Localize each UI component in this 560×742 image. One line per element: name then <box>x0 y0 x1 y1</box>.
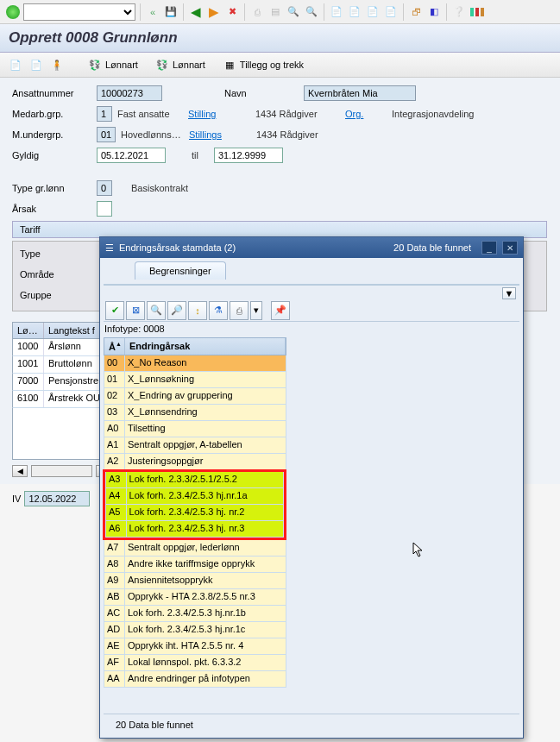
list-item[interactable]: A4Lok forh. 2.3.4/2.5.3 hj.nr.1a <box>105 488 284 505</box>
svg-rect-1 <box>475 8 479 16</box>
save-icon[interactable]: 💾 <box>163 4 179 20</box>
action-approve-icon[interactable]: 🧍 <box>50 58 64 72</box>
pt-deselect[interactable]: ⊠ <box>126 301 145 320</box>
popup-tabs: Begrensninger <box>100 258 523 280</box>
list-item[interactable]: A0Tilsetting <box>104 421 286 437</box>
wage-icon: 💱 <box>88 58 102 72</box>
checkmark-icon[interactable] <box>5 4 21 20</box>
list-item[interactable]: AAAndre endringer på infotypen <box>104 671 286 688</box>
navn-input[interactable] <box>304 85 416 101</box>
list-item[interactable]: A1Sentralt oppgjør, A-tabellen <box>104 437 286 454</box>
action-bar: 📄 📄 🧍 💱 Lønnart 💱 Lønnart ▦ Tillegg og t… <box>0 53 560 78</box>
lonnart-label-1: Lønnart <box>105 60 138 70</box>
print-icon[interactable]: ⎙ <box>249 4 265 20</box>
findnext-icon[interactable]: 🔍 <box>304 4 319 20</box>
tillegg-button[interactable]: ▦ Tillegg og trekk <box>217 56 309 73</box>
typegr-text: Basiskontrakt <box>131 183 188 193</box>
scroll-track[interactable] <box>31 465 92 477</box>
list-item[interactable]: A6Lok forh. 2.3.4/2.5.3 hj. nr.3 <box>105 521 284 538</box>
munder-input[interactable] <box>97 127 116 142</box>
lonnart-button-1[interactable]: 💱 Lønnart <box>83 56 143 73</box>
infotype-label: Infotype: 0008 <box>104 322 519 337</box>
ansatt-input[interactable] <box>97 85 162 101</box>
pt-sort[interactable]: ↕ <box>188 301 207 320</box>
back-icon[interactable]: « <box>145 4 160 20</box>
pt-check[interactable]: ✔ <box>105 301 124 320</box>
popup-title-icon: ☰ <box>105 242 114 254</box>
medarb-input[interactable] <box>97 106 112 122</box>
doc4-icon[interactable]: 📄 <box>383 4 399 20</box>
list-item[interactable]: ABOpprykk - HTA 2.3.8/2.5.5 nr.3 <box>104 589 286 606</box>
list-item[interactable]: 02X_Endring av gruppering <box>104 388 286 405</box>
pt-findnext[interactable]: 🔎 <box>167 301 186 320</box>
find-icon[interactable]: 🔍 <box>286 4 301 20</box>
list-item[interactable]: A3Lok forh. 2.3.3/2.5.1/2.5.2 <box>105 472 284 488</box>
gyldig-til-input[interactable] <box>214 148 283 163</box>
doc2-icon[interactable]: 📄 <box>347 4 362 20</box>
list-item[interactable]: ADLok forh. 2.3.4/2.5.3 hj.nr.1c <box>104 622 286 638</box>
pt-print[interactable]: ⎙ <box>230 301 249 320</box>
table-row[interactable]: 1001Bruttolønn <box>12 356 111 374</box>
list-item[interactable]: 01X_Lønnsøkning <box>104 372 286 388</box>
stilling-link[interactable]: Stilling <box>188 109 233 119</box>
iv-date-input[interactable] <box>24 491 90 506</box>
list-item[interactable]: 03X_Lønnsendring <box>104 405 286 421</box>
pt-more[interactable]: ▾ <box>250 301 262 320</box>
nav-fwd-icon[interactable]: ▶ <box>206 4 222 20</box>
typegr-label: Type gr.lønn <box>12 183 91 193</box>
typegr-input[interactable] <box>97 180 112 196</box>
help-icon[interactable]: ❔ <box>451 4 467 20</box>
table-row[interactable]: 1000Årslønn <box>12 339 111 356</box>
list-item[interactable]: ACLok forh. 2.3.4/2.5.3 hj.nr.1b <box>104 606 286 622</box>
action-reject-icon[interactable]: 📄 <box>29 58 43 72</box>
data-header: Å▲ Endringårsak <box>104 337 286 355</box>
lonnart-button-2[interactable]: 💱 Lønnart <box>150 56 211 73</box>
list-item[interactable]: A9Ansiennitetsopprykk <box>104 573 286 589</box>
munder-label: M.undergrp. <box>12 129 91 140</box>
list-item[interactable]: AEOpprykk iht. HTA 2.5.5 nr. 4 <box>104 638 286 655</box>
table-row[interactable]: 6100Årstrekk OU <box>12 391 111 408</box>
doc1-icon[interactable]: 📄 <box>329 4 344 20</box>
nav-back-icon[interactable]: ◀ <box>188 4 204 20</box>
minimize-button[interactable]: _ <box>481 241 497 255</box>
scroll-left[interactable]: ◀ <box>12 465 28 477</box>
panel-icon[interactable] <box>469 4 485 20</box>
highlight-box: A3Lok forh. 2.3.3/2.5.1/2.5.2A4Lok forh.… <box>103 469 286 540</box>
col-a[interactable]: Å▲ <box>104 338 125 355</box>
svg-rect-0 <box>470 8 474 16</box>
reason-popup: ☰ Endringsårsak stamdata (2) 20 Data ble… <box>99 236 524 739</box>
popup-titlebar: ☰ Endringsårsak stamdata (2) 20 Data ble… <box>100 237 523 258</box>
newwin-icon[interactable]: 🗗 <box>408 4 424 20</box>
stillings-link[interactable]: Stillings <box>189 129 234 140</box>
pt-find[interactable]: 🔍 <box>147 301 166 320</box>
cancel-icon[interactable]: ✖ <box>224 4 240 20</box>
table-row[interactable]: 7000Pensjonstre <box>12 374 111 391</box>
aarsak-input[interactable] <box>97 201 112 217</box>
list-item[interactable]: 00X_No Reason <box>104 355 286 372</box>
doc3-icon[interactable]: 📄 <box>365 4 381 20</box>
tab-begrensninger[interactable]: Begrensninger <box>135 261 226 280</box>
popup-title-count: 20 Data ble funnet <box>393 242 471 253</box>
view-icon[interactable]: ▤ <box>267 4 283 20</box>
list-item[interactable]: A7Sentralt oppgjør, lederlønn <box>104 540 286 556</box>
gh-1[interactable]: Lø… <box>13 323 44 338</box>
top-toolbar: « 💾 ◀ ▶ ✖ ⎙ ▤ 🔍 🔍 📄 📄 📄 📄 🗗 ◧ ❔ <box>0 0 560 24</box>
list-item[interactable]: A2Justeringsoppgjør <box>104 454 286 470</box>
pt-filter[interactable]: ⚗ <box>209 301 228 320</box>
org-link[interactable]: Org. <box>345 109 373 119</box>
list-item[interactable]: AFLokal lønnspol. pkt. 6.3.3.2 <box>104 655 286 671</box>
layout-icon[interactable]: ◧ <box>426 4 442 20</box>
col-b[interactable]: Endringårsak <box>125 338 286 355</box>
action-doc-icon[interactable]: 📄 <box>9 58 22 72</box>
iv-label: IV <box>12 494 21 504</box>
medarb-text: Fast ansatte <box>117 109 183 119</box>
gyldig-fra-input[interactable] <box>97 148 166 163</box>
list-item[interactable]: A8Andre ikke tariffmsige opprykk <box>104 556 286 573</box>
gruppe-label: Gruppe <box>20 290 99 300</box>
collapse-icon[interactable]: ▼ <box>502 287 516 299</box>
grid-header: Lø… Langtekst f <box>12 322 111 339</box>
pt-pin[interactable]: 📌 <box>271 301 290 320</box>
list-item[interactable]: A5Lok forh. 2.3.4/2.5.3 hj. nr.2 <box>105 505 284 521</box>
context-dropdown[interactable] <box>23 3 135 21</box>
close-button[interactable]: ✕ <box>502 241 518 255</box>
